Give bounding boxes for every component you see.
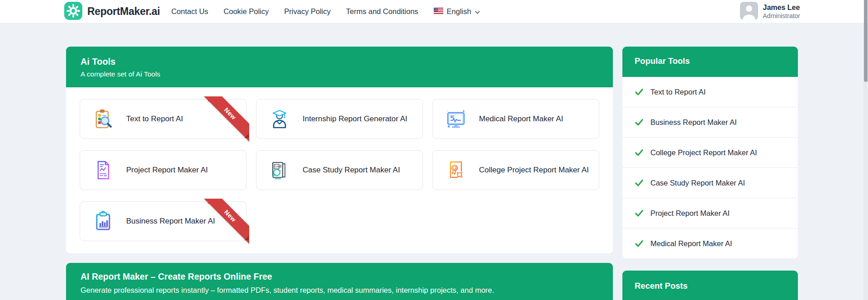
- tool-card-medical-report-maker[interactable]: Medical Report Maker AI: [432, 99, 599, 139]
- popular-item-label: College Project Report Maker AI: [650, 148, 757, 157]
- popular-item-label: Medical Report Maker AI: [650, 239, 732, 248]
- gear-icon: [64, 2, 82, 22]
- tool-card-label: Project Report Maker AI: [126, 165, 208, 176]
- brand-logo[interactable]: ReportMaker.ai: [64, 2, 160, 22]
- popular-item-business-report-maker[interactable]: Business Report Maker AI: [622, 107, 798, 138]
- tool-card-internship-report-generator[interactable]: Internship Report Generator AI: [256, 99, 423, 139]
- popular-item-label: Business Report Maker AI: [650, 118, 737, 127]
- popular-item-label: Case Study Report Maker AI: [650, 179, 745, 187]
- ai-tools-header: Ai Tools A complete set of Ai Tools: [66, 47, 613, 87]
- new-ribbon-label: New: [202, 96, 249, 143]
- case-study-book-magnifier-icon: CASE: [269, 159, 290, 181]
- main-content: Ai Tools A complete set of Ai Tools: [66, 47, 798, 300]
- nav-links: Contact Us Cookie Policy Privacy Policy …: [171, 7, 480, 16]
- language-dropdown[interactable]: English: [434, 7, 480, 16]
- popular-item-college-project-report-maker[interactable]: College Project Report Maker AI: [622, 138, 798, 168]
- popular-item-project-report-maker[interactable]: Project Report Maker AI: [622, 198, 798, 229]
- tool-card-label: Text to Report AI: [126, 114, 183, 124]
- popular-item-label: Project Report Maker AI: [650, 209, 730, 218]
- check-icon: [635, 148, 644, 157]
- tool-card-label: Business Report Maker AI: [126, 216, 215, 227]
- us-flag-icon: [434, 8, 443, 16]
- popular-item-case-study-report-maker[interactable]: Case Study Report Maker AI: [622, 168, 798, 198]
- chevron-down-icon: [475, 8, 480, 16]
- tool-card-label: College Project Report Maker AI: [479, 165, 589, 176]
- popular-item-medical-report-maker[interactable]: Medical Report Maker AI: [622, 229, 798, 258]
- ai-tools-title: Ai Tools: [81, 57, 598, 67]
- business-clipboard-barchart-icon: [92, 210, 114, 232]
- top-navbar: ReportMaker.ai Contact Us Cookie Policy …: [0, 0, 868, 24]
- nav-link-privacy-policy[interactable]: Privacy Policy: [284, 7, 331, 16]
- popular-tools-header: Popular Tools: [622, 47, 798, 77]
- user-menu[interactable]: James Lee Administrator: [740, 2, 800, 22]
- user-role: Administrator: [763, 12, 800, 20]
- check-icon: [635, 209, 644, 218]
- nav-link-cookie-policy[interactable]: Cookie Policy: [223, 7, 269, 16]
- popular-item-label: Text to Report AI: [650, 88, 706, 96]
- promo-subtitle: Generate professional reports instantly …: [81, 286, 598, 295]
- tool-card-college-project-report-maker[interactable]: College Project Report Maker AI: [432, 150, 599, 190]
- language-label: English: [447, 7, 471, 16]
- ai-tools-subtitle: A complete set of Ai Tools: [81, 70, 598, 78]
- user-meta: James Lee Administrator: [763, 3, 800, 20]
- tool-card-text-to-report[interactable]: Text to Report AI New: [80, 99, 247, 139]
- project-document-chart-icon: [92, 159, 114, 181]
- user-name: James Lee: [763, 3, 800, 12]
- tool-card-case-study-report-maker[interactable]: CASE Case Study Report Maker AI: [256, 150, 423, 190]
- promo-banner: AI Report Maker – Create Reports Online …: [66, 263, 613, 300]
- popular-item-text-to-report[interactable]: Text to Report AI: [622, 77, 798, 107]
- clipboard-checklist-magnifier-icon: [92, 108, 114, 130]
- tool-card-label: Case Study Report Maker AI: [303, 165, 400, 176]
- tool-card-business-report-maker[interactable]: Business Report Maker AI New: [80, 201, 247, 241]
- recent-posts-header: Recent Posts: [622, 271, 798, 300]
- graduate-student-icon: [269, 108, 290, 130]
- nav-link-contact-us[interactable]: Contact Us: [171, 7, 209, 16]
- popular-tools-list: Text to Report AI Business Report Maker …: [622, 77, 798, 258]
- new-ribbon: New: [202, 96, 249, 143]
- left-column: Ai Tools A complete set of Ai Tools: [66, 47, 613, 300]
- check-icon: [635, 87, 644, 96]
- check-icon: [635, 118, 644, 127]
- nav-link-terms-and-conditions[interactable]: Terms and Conditions: [346, 7, 418, 16]
- certificate-rosette-gear-icon: [445, 159, 467, 181]
- user-avatar-placeholder-icon: [740, 2, 758, 22]
- check-icon: [635, 239, 644, 248]
- tool-card-label: Medical Report Maker AI: [479, 114, 563, 124]
- promo-title: AI Report Maker – Create Reports Online …: [81, 271, 598, 282]
- brand-name: ReportMaker.ai: [87, 5, 160, 18]
- check-icon: [635, 178, 644, 187]
- scrollbar-thumb[interactable]: [864, 0, 868, 82]
- right-sidebar: Popular Tools Text to Report AI Business…: [622, 47, 798, 300]
- ai-tools-grid: Text to Report AI New In: [66, 87, 613, 253]
- medical-monitor-ecg-icon: [445, 108, 467, 130]
- tool-card-project-report-maker[interactable]: Project Report Maker AI: [80, 150, 247, 190]
- tool-card-label: Internship Report Generator AI: [303, 114, 408, 124]
